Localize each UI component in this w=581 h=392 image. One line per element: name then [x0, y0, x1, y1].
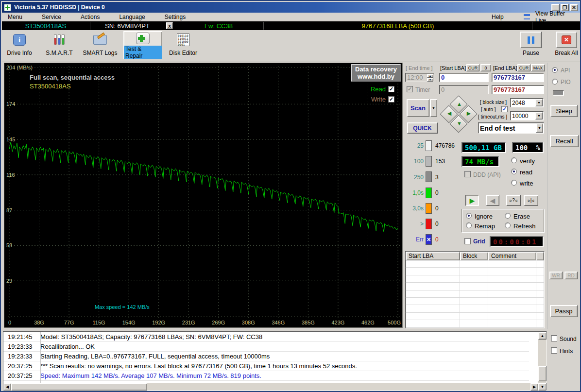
erase-radio[interactable] [505, 213, 511, 219]
timer-checkbox[interactable]: ✓ [407, 86, 413, 92]
elapsed-timer-value: 00:00:01 [493, 238, 537, 246]
write-label: write [520, 180, 533, 187]
table-row[interactable] [406, 305, 544, 312]
start-lba-zero-button[interactable]: 0 [480, 64, 491, 71]
pause-button[interactable]: Pause [518, 32, 544, 56]
scroll-up-arrow[interactable]: ▲ [538, 332, 547, 340]
menu-item-help[interactable]: Help [488, 13, 508, 21]
read-speed-line [9, 142, 398, 232]
seek-end-button[interactable]: ▹|◃ [524, 195, 538, 206]
timeout-select[interactable]: 10000 ▼ [510, 111, 544, 120]
verify-radio[interactable] [511, 157, 517, 163]
recall-button[interactable]: Recall [550, 135, 579, 147]
log-hscrollbar[interactable]: ◀ ▶ [3, 383, 538, 391]
erase-label: Erase [513, 213, 530, 220]
end-time-spinner[interactable]: 12:00 ▲▼ [405, 73, 434, 82]
table-row[interactable] [406, 268, 544, 275]
api-radio[interactable] [552, 67, 558, 73]
timeout-dropdown-icon[interactable]: ▼ [535, 112, 543, 119]
end-lba-input2[interactable]: 976773167 [492, 85, 544, 94]
seek-question-button[interactable]: ▹?◃ [506, 195, 521, 206]
table-row[interactable] [406, 283, 544, 290]
scan-dropdown-button[interactable]: ▼ [430, 99, 437, 117]
device-firmware: Fw: CC38 [175, 21, 262, 30]
stat-row-250: 2503 [405, 171, 460, 182]
x-tick-label: 462G [361, 320, 375, 325]
disk-editor-button[interactable]: 010110 110011 101000 0001 Disk Editor [167, 32, 199, 56]
stat-label: 250 [405, 174, 424, 181]
legend-read: Read ✓ [371, 85, 394, 93]
end-lba-max-button[interactable]: MAX [531, 64, 545, 71]
status-led [553, 90, 564, 96]
passp-button[interactable]: Passp [550, 305, 578, 317]
quick-button[interactable]: QUICK [407, 122, 438, 134]
refresh-radio[interactable] [505, 222, 511, 228]
table-row[interactable] [406, 298, 544, 305]
table-cell [488, 320, 536, 327]
table-cell [406, 305, 460, 312]
scroll-down-arrow[interactable]: ▼ [538, 383, 547, 391]
end-lba-input[interactable]: 976773167 [492, 73, 544, 82]
table-row[interactable] [406, 290, 544, 298]
grid-checkbox[interactable] [464, 238, 471, 244]
start-play-button[interactable]: ▶ [465, 195, 479, 206]
scroll-right-arrow[interactable]: ▶ [530, 383, 538, 391]
menu-item-settings[interactable]: Settings [161, 13, 189, 21]
hints-checkbox[interactable] [551, 347, 557, 354]
start-lba-input[interactable]: 0 [439, 73, 489, 82]
auto-checkbox[interactable]: ✓ [501, 106, 508, 112]
log-vscrollbar[interactable]: ▲ ▼ [538, 332, 547, 391]
table-row[interactable] [406, 320, 544, 327]
smart-logs-button[interactable]: SMART Logs [83, 32, 118, 56]
end-action-select[interactable]: End of test ▼ [478, 122, 544, 134]
drive-info-button[interactable]: i Drive Info [3, 32, 35, 56]
log-message: Model: ST3500418AS; Capacity: 976773168 … [34, 333, 262, 341]
binary-file-icon: 010110 110011 101000 0001 [175, 32, 191, 48]
end-lba-cur-button[interactable]: CUR [517, 64, 530, 71]
pio-radio[interactable] [552, 79, 558, 85]
scroll-left-arrow[interactable]: ◀ [3, 383, 11, 391]
device-close-button[interactable]: x [166, 22, 173, 29]
table-cell [488, 313, 536, 320]
stat-row-err: Err✕0 [405, 234, 460, 245]
menu-item-service[interactable]: Service [38, 13, 65, 21]
remap-radio[interactable] [466, 222, 472, 228]
log-row: 20:37:25Speed: Maximum 142 MB/s. Average… [3, 371, 529, 381]
scan-button[interactable]: Scan [407, 99, 429, 117]
sleep-button[interactable]: Sleep [550, 105, 578, 117]
break-all-button[interactable]: ✕ Break All [553, 32, 580, 56]
menu-item-language[interactable]: Language [115, 13, 149, 21]
end-action-dropdown-icon[interactable]: ▼ [536, 123, 543, 133]
ignore-radio[interactable] [466, 213, 472, 219]
read-radio[interactable] [511, 169, 517, 174]
column-header-block[interactable]: Block [460, 252, 488, 260]
ddd-checkbox[interactable] [464, 171, 471, 177]
wr-button[interactable]: WR [549, 272, 563, 279]
back-button[interactable]: ◀ [486, 195, 499, 206]
smart-button[interactable]: S.M.A.R.T [44, 32, 75, 56]
test-repair-button[interactable]: Test & Repair [123, 31, 162, 59]
column-header-comment[interactable]: Comment [488, 252, 536, 260]
menu-item-actions[interactable]: Actions [77, 13, 103, 21]
table-cell [536, 298, 544, 305]
table-row[interactable] [406, 260, 544, 268]
table-row[interactable] [406, 275, 544, 283]
table-cell [460, 268, 488, 274]
block-size-dropdown-icon[interactable]: ▼ [535, 99, 543, 106]
start-lba-label: [Start LBA] [440, 65, 466, 71]
rd-button[interactable]: RD [564, 272, 578, 279]
read-checkbox[interactable]: ✓ [388, 86, 394, 92]
end-time-spin-buttons[interactable]: ▲▼ [427, 74, 433, 82]
column-header-start-lba[interactable]: Start LBA [406, 252, 460, 260]
table-cell [460, 320, 488, 327]
start-lba-cur-button[interactable]: CUR [466, 64, 479, 71]
block-size-select[interactable]: 2048 ▼ [510, 98, 544, 107]
vscroll-thumb[interactable] [538, 366, 547, 381]
table-row[interactable] [406, 313, 544, 320]
write-checkbox[interactable]: ✓ [388, 96, 394, 102]
write-radio[interactable] [511, 180, 517, 186]
stat-value: 0 [435, 221, 439, 227]
sound-checkbox[interactable] [551, 335, 557, 341]
hscroll-thumb[interactable] [11, 383, 147, 391]
menu-item-menu[interactable]: Menu [4, 13, 26, 21]
